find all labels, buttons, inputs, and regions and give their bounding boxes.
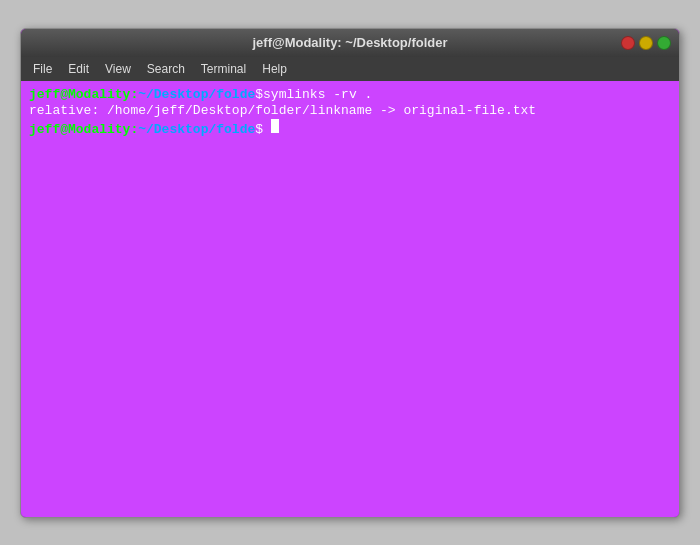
prompt-dollar-1: $ xyxy=(255,87,263,102)
terminal-line-1: jeff@Modality: ~/Desktop/folde $ symlink… xyxy=(29,87,671,102)
menu-search[interactable]: Search xyxy=(139,60,193,78)
prompt-path-2: ~/Desktop/folde xyxy=(138,122,255,137)
title-bar: jeff@Modality: ~/Desktop/folder xyxy=(21,29,679,57)
prompt-path-1: ~/Desktop/folde xyxy=(138,87,255,102)
output-text-1: relative: /home/jeff/Desktop/folder/link… xyxy=(29,103,536,118)
terminal-body[interactable]: jeff@Modality: ~/Desktop/folde $ symlink… xyxy=(21,81,679,517)
menu-bar: File Edit View Search Terminal Help xyxy=(21,57,679,81)
menu-terminal[interactable]: Terminal xyxy=(193,60,254,78)
terminal-window: jeff@Modality: ~/Desktop/folder File Edi… xyxy=(20,28,680,518)
prompt-dollar-2: $ xyxy=(255,122,263,137)
close-button[interactable] xyxy=(621,36,635,50)
prompt-space xyxy=(263,122,271,137)
prompt-user-1: jeff@Modality: xyxy=(29,87,138,102)
menu-help[interactable]: Help xyxy=(254,60,295,78)
window-controls xyxy=(621,36,671,50)
terminal-line-3: jeff@Modality: ~/Desktop/folde $ xyxy=(29,119,671,137)
terminal-line-2: relative: /home/jeff/Desktop/folder/link… xyxy=(29,103,671,118)
command-text-1: symlinks -rv . xyxy=(263,87,372,102)
minimize-button[interactable] xyxy=(639,36,653,50)
maximize-button[interactable] xyxy=(657,36,671,50)
prompt-user-2: jeff@Modality: xyxy=(29,122,138,137)
terminal-cursor xyxy=(271,119,279,133)
menu-file[interactable]: File xyxy=(25,60,60,78)
menu-view[interactable]: View xyxy=(97,60,139,78)
menu-edit[interactable]: Edit xyxy=(60,60,97,78)
window-title: jeff@Modality: ~/Desktop/folder xyxy=(252,35,447,50)
